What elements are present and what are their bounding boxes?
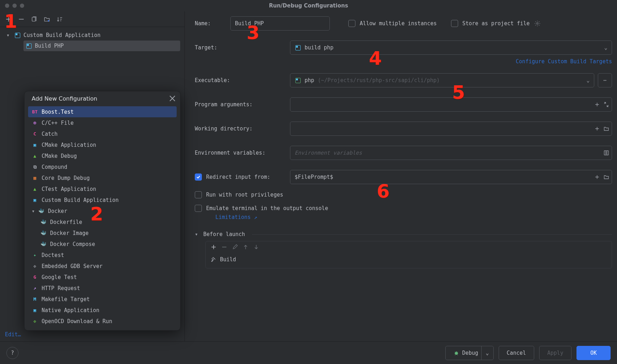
help-button[interactable]: ? bbox=[6, 347, 18, 359]
add-task-button[interactable] bbox=[211, 244, 216, 250]
edit-env-icon[interactable] bbox=[603, 150, 609, 156]
config-type-icon: 🐳 bbox=[40, 219, 47, 225]
config-type-item[interactable]: ▣Custom Build Application bbox=[28, 194, 177, 205]
move-up-button[interactable] bbox=[243, 244, 248, 250]
executable-select[interactable]: php (~/Projects/rust/php-src/sapi/cli/ph… bbox=[290, 73, 594, 87]
edit-templates-link[interactable]: Edit… bbox=[5, 331, 21, 338]
tree-item-label: Build PHP bbox=[35, 43, 64, 49]
config-type-item[interactable]: CCatch bbox=[28, 128, 177, 139]
chevron-down-icon: ⌄ bbox=[604, 44, 607, 51]
root-priv-checkbox[interactable] bbox=[195, 191, 202, 198]
env-input[interactable] bbox=[290, 146, 612, 160]
redirect-input[interactable] bbox=[290, 170, 612, 184]
executable-more-button[interactable]: ⋯ bbox=[598, 73, 612, 87]
emulate-term-checkbox[interactable] bbox=[195, 205, 202, 212]
config-form: Name: Allow multiple instances Store as … bbox=[185, 11, 617, 341]
config-type-icon: ⧉ bbox=[32, 164, 38, 170]
tree-group-custom-build[interactable]: ▾ Custom Build Application bbox=[4, 30, 180, 41]
expand-field-icon[interactable] bbox=[603, 102, 609, 107]
insert-macro-icon[interactable] bbox=[594, 174, 600, 180]
window-traffic-lights[interactable] bbox=[0, 4, 24, 8]
tree-group-label: Custom Build Application bbox=[23, 32, 101, 38]
config-type-item[interactable]: ▾🐳Docker bbox=[28, 205, 177, 216]
window-title: Run/Debug Configurations bbox=[269, 2, 348, 9]
config-type-item[interactable]: ↗HTTP Request bbox=[28, 283, 177, 294]
config-type-item[interactable]: ▲CTest Application bbox=[28, 183, 177, 194]
custom-build-icon bbox=[26, 43, 32, 49]
binary-icon bbox=[295, 77, 301, 84]
chevron-down-icon[interactable]: ▾ bbox=[195, 231, 200, 237]
redirect-checkbox[interactable] bbox=[195, 173, 202, 181]
allow-multi-checkbox[interactable] bbox=[348, 20, 355, 27]
config-type-item[interactable]: 🐳Dockerfile bbox=[28, 216, 177, 228]
config-type-label: OpenOCD Download & Run bbox=[42, 318, 112, 325]
working-dir-input[interactable] bbox=[290, 122, 612, 136]
sort-config-button[interactable] bbox=[55, 14, 65, 24]
limitations-link[interactable]: Limitations ↗ bbox=[215, 214, 257, 220]
browse-folder-icon[interactable] bbox=[603, 126, 609, 132]
apply-button[interactable]: Apply bbox=[539, 346, 572, 360]
custom-build-icon bbox=[295, 44, 301, 51]
target-select[interactable]: build php ⌄ bbox=[290, 41, 612, 55]
config-type-label: Core Dump Debug bbox=[42, 175, 90, 181]
edit-task-button[interactable] bbox=[232, 244, 238, 250]
config-type-item[interactable]: ▲CMake Debug bbox=[28, 150, 177, 161]
config-type-icon: BT bbox=[32, 109, 38, 115]
config-type-item[interactable]: ⧉Compound bbox=[28, 161, 177, 172]
config-type-item[interactable]: ▣CMake Application bbox=[28, 139, 177, 150]
config-type-item[interactable]: GGoogle Test bbox=[28, 272, 177, 283]
svg-point-3 bbox=[455, 352, 458, 355]
tree-item-build-php[interactable]: Build PHP bbox=[23, 41, 180, 51]
build-task-row[interactable]: Build bbox=[211, 256, 607, 263]
config-tree: ▾ Custom Build Application Build PHP bbox=[0, 27, 184, 54]
zoom-window-icon[interactable] bbox=[20, 4, 24, 8]
external-link-icon: ↗ bbox=[254, 214, 257, 220]
config-type-label: Catch bbox=[42, 131, 58, 137]
configure-targets-link[interactable]: Configure Custom Build Targets bbox=[516, 58, 612, 65]
copy-config-button[interactable] bbox=[29, 14, 39, 24]
folder-config-button[interactable] bbox=[42, 14, 52, 24]
store-project-checkbox[interactable] bbox=[451, 20, 458, 27]
allow-multi-label: Allow multiple instances bbox=[360, 20, 437, 27]
sidebar-toolbar bbox=[0, 11, 184, 27]
config-type-label: Makefile Target bbox=[42, 296, 90, 303]
config-type-label: Google Test bbox=[42, 274, 77, 280]
browse-folder-icon[interactable] bbox=[603, 174, 609, 180]
hammer-icon bbox=[211, 257, 216, 262]
close-window-icon[interactable] bbox=[5, 4, 9, 8]
config-type-item[interactable]: BTBoost.Test bbox=[28, 106, 177, 117]
config-type-item[interactable]: ⟐OpenOCD Download & Run bbox=[28, 316, 177, 327]
config-type-icon: ▲ bbox=[32, 153, 38, 159]
chevron-down-icon: ▾ bbox=[6, 32, 11, 38]
config-type-item[interactable]: ⊕C/C++ File bbox=[28, 117, 177, 128]
ok-button[interactable]: OK bbox=[576, 346, 611, 360]
config-type-item[interactable]: ▦Core Dump Debug bbox=[28, 172, 177, 183]
svg-rect-0 bbox=[32, 17, 35, 21]
config-type-icon: ⊕ bbox=[32, 120, 38, 126]
popup-close-button[interactable] bbox=[169, 95, 176, 102]
program-args-input[interactable] bbox=[290, 97, 612, 112]
cancel-button[interactable]: Cancel bbox=[499, 346, 534, 360]
config-type-label: Embedded GDB Server bbox=[42, 263, 103, 269]
config-type-item[interactable]: 🐳Docker Compose bbox=[28, 239, 177, 250]
config-type-item[interactable]: MMakefile Target bbox=[28, 294, 177, 305]
insert-macro-icon[interactable] bbox=[594, 102, 600, 107]
insert-macro-icon[interactable] bbox=[594, 126, 600, 132]
add-config-button[interactable] bbox=[4, 14, 14, 24]
debug-button[interactable]: Debug ⌄ bbox=[445, 346, 493, 360]
store-project-gear-icon[interactable] bbox=[532, 18, 542, 28]
move-down-button[interactable] bbox=[253, 244, 259, 250]
debug-dropdown-button[interactable]: ⌄ bbox=[481, 346, 493, 360]
config-type-item[interactable]: ⟐Embedded GDB Server bbox=[28, 261, 177, 272]
config-type-item[interactable]: ▣Native Application bbox=[28, 305, 177, 316]
config-type-item[interactable]: ✦Doctest bbox=[28, 250, 177, 261]
name-input[interactable] bbox=[230, 16, 330, 31]
working-dir-label: Working directory: bbox=[195, 125, 290, 132]
add-config-popup: Add New Configuration BTBoost.Test⊕C/C++… bbox=[24, 91, 181, 331]
minimize-window-icon[interactable] bbox=[12, 4, 17, 8]
config-type-icon: ▲ bbox=[32, 186, 38, 192]
config-type-item[interactable]: 🐳Docker Image bbox=[28, 228, 177, 239]
remove-task-button[interactable] bbox=[221, 244, 227, 250]
custom-build-icon bbox=[14, 32, 21, 38]
remove-config-button[interactable] bbox=[16, 14, 26, 24]
